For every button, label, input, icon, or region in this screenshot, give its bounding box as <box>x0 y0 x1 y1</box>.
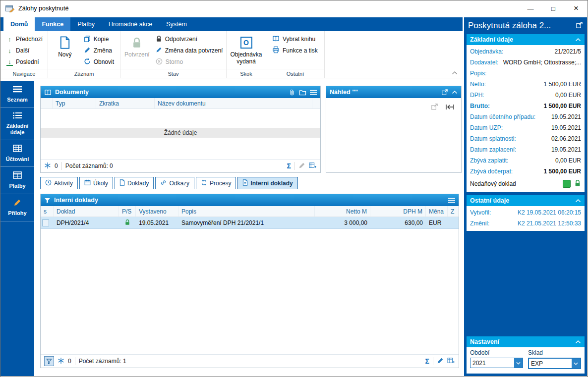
field-netto: Netto:1 500,00 EUR <box>470 79 581 90</box>
column-z[interactable]: Z <box>448 206 459 216</box>
collapse-chevron-icon[interactable] <box>575 197 581 204</box>
cell-popis: Samovyměření DPH 21/2021/1 <box>178 217 315 228</box>
lock-green-icon <box>574 179 581 188</box>
column-nazev-dokumentu[interactable]: Název dokumentu <box>155 98 312 108</box>
collapse-chevron-icon[interactable] <box>575 338 581 345</box>
dropdown-button[interactable] <box>514 358 523 368</box>
section-nastaveni-body: Období Sklad <box>467 347 585 374</box>
column-mena[interactable]: Měna <box>426 206 448 216</box>
grid-settings-icon[interactable] <box>447 357 455 366</box>
popout-icon[interactable] <box>576 21 583 30</box>
section-zakladni-udaje-header[interactable]: Základní údaje <box>467 34 585 45</box>
column-s[interactable]: s <box>41 206 54 216</box>
funkce-a-tisk-button[interactable]: Funkce a tisk <box>270 45 320 56</box>
folder-icon[interactable] <box>299 89 306 96</box>
column-netto[interactable]: Netto M <box>315 206 370 216</box>
obdobi-input[interactable] <box>470 358 514 368</box>
tab-interni-doklady[interactable]: Interní doklady <box>237 177 297 189</box>
minimize-button[interactable]: — <box>519 0 542 16</box>
column-doklad[interactable]: Doklad <box>54 206 119 216</box>
zmena-button[interactable]: Změna <box>82 45 116 56</box>
ribbon-tab-platby[interactable]: Platby <box>70 17 102 31</box>
sidebar-item-seznam[interactable]: Seznam <box>0 81 34 108</box>
field-label: Datum účetního případu: <box>470 113 535 120</box>
objednavka-vydana-button[interactable]: O Objednávka vydaná <box>232 34 261 68</box>
tab-doklady[interactable]: Doklady <box>115 177 154 189</box>
column-icon[interactable] <box>41 98 53 108</box>
checkbox-checked-green[interactable] <box>563 180 571 188</box>
order-o-icon: O <box>240 35 252 51</box>
sidebar-item-uctovani[interactable]: Účtování <box>0 140 34 167</box>
app-icon <box>5 5 14 12</box>
predchozi-button[interactable]: ↑ Předchozí <box>4 34 45 45</box>
novy-button[interactable]: Nový <box>52 34 78 68</box>
sum-icon[interactable]: Σ <box>287 162 291 169</box>
column-typ[interactable]: Typ <box>53 98 96 108</box>
section-ostatni-udaje-header[interactable]: Ostatní údaje <box>467 195 585 206</box>
kopie-button[interactable]: Kopie <box>82 34 116 45</box>
section-title: Nastavení <box>470 338 575 345</box>
storno-button[interactable]: Storno <box>154 56 225 67</box>
paperclip-icon[interactable] <box>289 89 295 96</box>
nahled-body[interactable] <box>326 98 461 172</box>
odpotvrzeni-button[interactable]: Odpotvrzení <box>154 34 225 45</box>
popout-icon[interactable] <box>441 89 448 96</box>
field-value: 0,00 EUR <box>555 92 581 99</box>
popout-gray-icon[interactable] <box>431 103 438 112</box>
fit-width-icon[interactable] <box>446 104 454 111</box>
tab-aktivity[interactable]: Aktivity <box>40 177 78 189</box>
snowflake-icon[interactable] <box>58 357 64 366</box>
tab-odkazy[interactable]: Odkazy <box>155 177 194 189</box>
sidebar-item-platby[interactable]: Platby <box>0 167 34 194</box>
column-dph[interactable]: DPH M <box>370 206 426 216</box>
collapse-chevron-icon[interactable] <box>452 90 458 94</box>
column-ps[interactable]: P/S <box>119 206 136 216</box>
ribbon-tab-funkce[interactable]: Funkce <box>35 17 70 31</box>
obnovit-label: Obnovit <box>94 58 114 65</box>
edit-pencil-icon[interactable] <box>437 357 444 366</box>
snowflake-icon[interactable] <box>44 162 51 170</box>
new-document-icon <box>59 35 70 51</box>
filter-toggle-button[interactable] <box>44 356 54 366</box>
tab-ukoly[interactable]: Úkoly <box>79 177 113 189</box>
lock-green-icon <box>124 219 130 227</box>
posledni-button[interactable]: ↓ Poslední <box>4 56 45 67</box>
dropdown-button[interactable] <box>572 359 580 368</box>
obnovit-button[interactable]: Obnovit <box>82 56 116 67</box>
sklad-input[interactable] <box>529 359 572 368</box>
vybrat-knihu-button[interactable]: Vybrat knihu <box>270 34 320 45</box>
interni-body[interactable] <box>41 229 459 354</box>
menu-icon[interactable] <box>448 198 455 203</box>
column-popis[interactable]: Popis <box>178 206 315 216</box>
potvrzeni-button[interactable]: Potvrzení <box>124 34 150 68</box>
order-letter: O <box>240 37 252 49</box>
dalsi-button[interactable]: ↓ Další <box>4 45 45 56</box>
column-zkratka[interactable]: Zkratka <box>96 98 155 108</box>
clock-icon <box>45 179 52 187</box>
table-row[interactable]: DPH/2021/4 19.05.2021 Samovyměření DPH 2… <box>41 217 459 229</box>
tab-procesy[interactable]: Procesy <box>196 177 236 189</box>
collapse-ribbon-chevron-icon[interactable] <box>452 69 458 76</box>
close-button[interactable]: × <box>565 0 588 16</box>
column-vystaveno[interactable]: Vystaveno <box>136 206 178 216</box>
cell-z <box>448 217 459 228</box>
dokumenty-body[interactable]: Žádné údaje <box>41 109 320 159</box>
zmena-data-potvrzeni-button[interactable]: Změna data potvrzení <box>154 45 225 56</box>
field-value: 19.05.2021 <box>551 113 581 120</box>
section-nastaveni-header[interactable]: Nastavení <box>467 336 585 347</box>
sidebar-item-prilohy[interactable]: Přílohy <box>0 194 34 221</box>
maximize-button[interactable]: □ <box>542 0 565 16</box>
grid-settings-icon[interactable] <box>309 162 317 170</box>
collapse-chevron-icon[interactable] <box>575 36 581 43</box>
sum-icon[interactable]: Σ <box>425 358 429 365</box>
zmena-data-label: Změna data potvrzení <box>165 47 223 54</box>
edit-pencil-icon[interactable] <box>298 162 305 170</box>
menu-icon[interactable] <box>310 90 317 95</box>
sidebar-item-zakladni-udaje[interactable]: Základní údaje <box>0 108 34 140</box>
tab-label: Procesy <box>210 180 231 187</box>
details-list-icon <box>12 112 22 120</box>
ribbon-tab-domu[interactable]: Domů <box>3 17 35 31</box>
ribbon-group-navigace: ↑ Předchozí ↓ Další ↓ Poslední Navigace <box>0 31 48 78</box>
ribbon-tab-system[interactable]: Systém <box>159 17 194 31</box>
ribbon-tab-hromadne-akce[interactable]: Hromadné akce <box>102 17 159 31</box>
